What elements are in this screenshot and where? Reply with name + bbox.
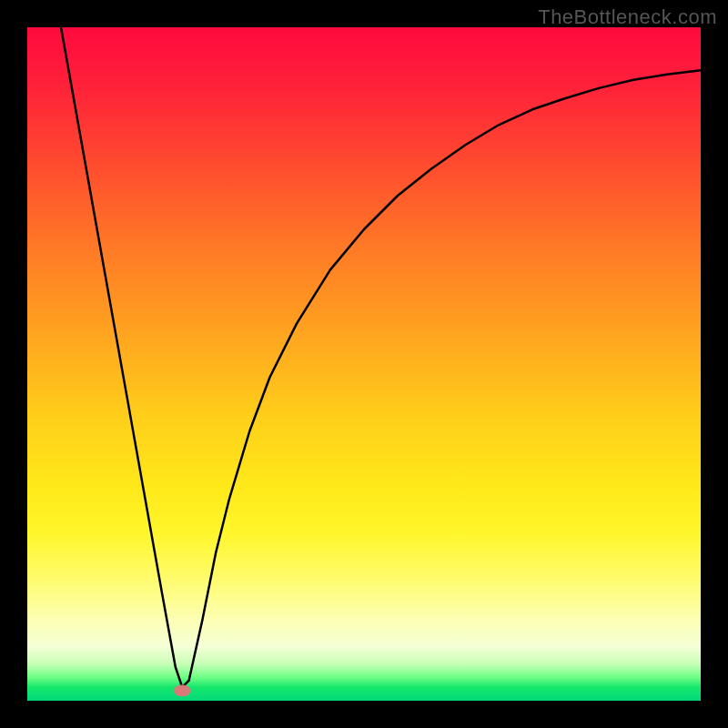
minimum-marker-icon [174, 685, 190, 696]
plot-area [27, 27, 701, 701]
watermark-text: TheBottleneck.com [538, 5, 717, 29]
bottleneck-curve-svg [27, 27, 701, 701]
bottleneck-curve-path [61, 27, 701, 687]
chart-frame: TheBottleneck.com [0, 0, 728, 728]
